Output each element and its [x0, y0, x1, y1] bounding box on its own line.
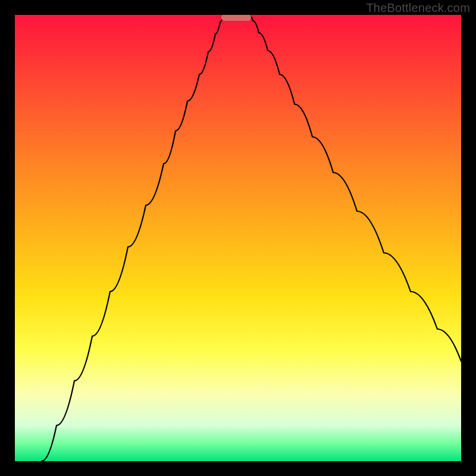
- curves-svg: [15, 15, 461, 461]
- bottleneck-marker: [221, 15, 251, 21]
- right-curve: [250, 16, 461, 361]
- chart-frame: TheBottleneck.com: [0, 0, 476, 476]
- watermark-text: TheBottleneck.com: [366, 1, 470, 15]
- plot-area: [15, 15, 461, 461]
- left-curve: [42, 16, 223, 461]
